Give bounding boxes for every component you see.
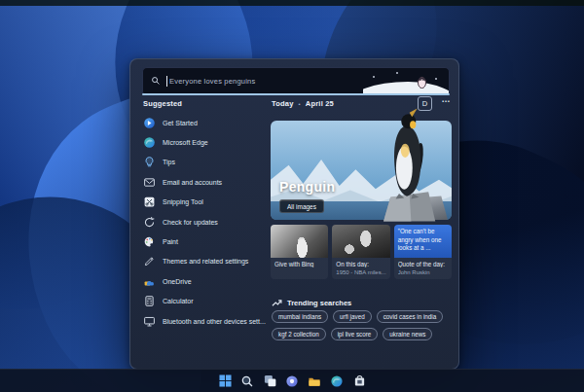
today-heading[interactable]: Today • April 25 — [272, 99, 334, 108]
trending-header: Trending searches — [272, 298, 351, 308]
all-images-button[interactable]: All images — [279, 199, 324, 213]
snow-drift — [363, 82, 449, 93]
suggested-item-label: Microsoft Edge — [163, 139, 208, 146]
suggested-item-label: Bluetooth and other devices sett... — [163, 318, 266, 325]
envelope-icon — [143, 176, 156, 189]
task-view-button[interactable] — [262, 373, 278, 389]
search-accent-underline — [142, 93, 450, 95]
start-button[interactable] — [217, 373, 234, 389]
onedrive-cloud-icon — [143, 275, 156, 288]
search-query-text[interactable]: Everyone loves penguins — [169, 77, 255, 86]
star-icon — [396, 72, 398, 74]
suggested-item-themes[interactable]: Themes and related settings — [143, 252, 270, 271]
card-caption: On this day: — [336, 261, 385, 267]
more-options-button[interactable]: … — [442, 94, 452, 104]
penguin-illustration — [377, 107, 437, 222]
suggested-item-label: Themes and related settings — [163, 258, 248, 265]
trending-icon — [272, 298, 282, 308]
hero-card-penguin[interactable]: Penguin All images — [271, 121, 452, 220]
suggested-item-paint[interactable]: Paint — [143, 232, 270, 251]
suggested-item-label: Paint — [163, 238, 178, 245]
suggested-item-label: Email and accounts — [163, 179, 222, 186]
file-explorer-button[interactable] — [307, 373, 323, 389]
search-panel: Everyone loves penguins Suggested Today … — [129, 58, 459, 370]
today-label: Today — [272, 99, 294, 108]
folder-icon — [308, 374, 321, 388]
card-image — [332, 225, 389, 258]
pencil-icon — [143, 255, 156, 267]
widgets-button[interactable] — [284, 373, 301, 389]
trending-pill[interactable]: covid cases in india — [377, 310, 444, 323]
card-subcaption: John Ruskin — [398, 269, 448, 275]
card-give-with-bing[interactable]: Give with Bing — [271, 225, 328, 279]
calculator-icon — [143, 295, 156, 307]
microsoft-edge-icon — [143, 136, 156, 149]
get-started-icon — [143, 117, 156, 129]
dot-separator: • — [299, 101, 301, 107]
mini-penguin-icon — [417, 75, 427, 89]
edge-browser-button[interactable] — [329, 373, 346, 389]
palette-icon — [143, 235, 156, 248]
task-view-icon — [264, 374, 276, 387]
trending-pill[interactable]: mumbai indians — [272, 310, 328, 323]
trending-pills: mumbai indians urfi javed covid cases in… — [272, 310, 452, 340]
star-icon — [373, 76, 375, 78]
suggested-item-snipping-tool[interactable]: Snipping Tool — [143, 193, 270, 212]
star-icon — [435, 78, 437, 80]
suggested-item-label: Calculator — [163, 298, 194, 304]
taskbar-search-button[interactable] — [239, 373, 256, 389]
suggested-item-label: OneDrive — [163, 278, 192, 285]
search-penguin-illustration — [363, 69, 449, 93]
suggested-item-email-accounts[interactable]: Email and accounts — [143, 172, 270, 192]
text-caret — [166, 76, 167, 87]
trending-pill[interactable]: urfi javed — [333, 310, 372, 323]
suggested-list: Get Started Microsoft Edge — [143, 113, 270, 331]
card-caption: Quote of the day: — [398, 261, 448, 267]
suggested-item-bluetooth-devices[interactable]: Bluetooth and other devices sett... — [143, 311, 270, 331]
hero-title: Penguin — [279, 179, 335, 195]
lightbulb-icon — [143, 156, 156, 168]
microsoft-store-button[interactable] — [351, 373, 368, 389]
scissors-icon — [143, 196, 156, 208]
card-caption: Give with Bing — [274, 261, 324, 267]
suggested-item-label: Check for updates — [163, 219, 218, 226]
widgets-icon — [285, 374, 299, 388]
suggested-item-microsoft-edge[interactable]: Microsoft Edge — [143, 132, 270, 152]
card-image — [271, 225, 328, 258]
suggested-heading: Suggested — [143, 99, 182, 108]
search-icon — [240, 374, 254, 388]
trending-title: Trending searches — [287, 299, 351, 307]
desktop: Everyone loves penguins Suggested Today … — [0, 0, 584, 392]
suggested-item-tips[interactable]: Tips — [143, 153, 270, 172]
search-input[interactable]: Everyone loves penguins — [142, 67, 450, 93]
card-quote-of-the-day[interactable]: "One can't be angry when one looks at a … — [394, 225, 452, 279]
monitor-icon — [143, 315, 156, 328]
suggested-item-check-updates[interactable]: Check for updates — [143, 212, 270, 232]
card-on-this-day[interactable]: On this day: 1950 - NBA miles... — [332, 225, 389, 279]
microsoft-edge-icon — [330, 374, 344, 388]
suggested-item-label: Get Started — [163, 120, 198, 126]
trending-pill[interactable]: ipl live score — [331, 328, 379, 340]
quote-text: "One can't be angry when one looks at a … — [398, 228, 448, 253]
suggested-item-label: Snipping Tool — [163, 198, 203, 205]
trending-pill[interactable]: kgf 2 collection — [272, 328, 326, 340]
screen-edge-band — [0, 0, 584, 6]
suggested-item-calculator[interactable]: Calculator — [143, 292, 270, 311]
card-subcaption: 1950 - NBA miles... — [336, 269, 385, 275]
search-icon — [151, 76, 161, 86]
windows-logo-icon — [219, 374, 232, 387]
suggested-item-onedrive[interactable]: OneDrive — [143, 271, 270, 291]
trending-pill[interactable]: ukraine news — [383, 328, 432, 340]
microsoft-store-icon — [353, 374, 366, 387]
taskbar — [0, 369, 584, 392]
suggested-item-label: Tips — [163, 159, 175, 165]
suggested-item-get-started[interactable]: Get Started — [143, 113, 270, 132]
quote-panel: "One can't be angry when one looks at a … — [394, 225, 452, 258]
today-cards-row: Give with Bing On this day: 1950 - NBA m… — [271, 225, 452, 279]
refresh-icon — [143, 216, 156, 229]
date-label: April 25 — [306, 99, 334, 108]
